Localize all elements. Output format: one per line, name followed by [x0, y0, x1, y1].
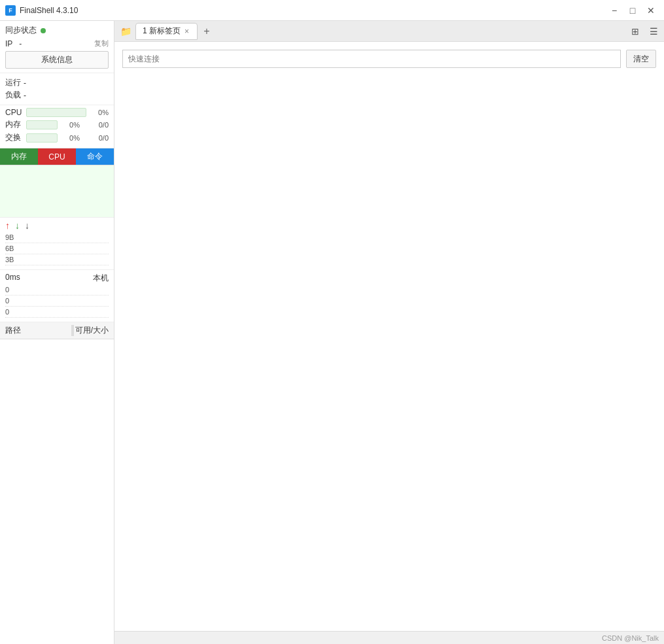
- ping-row-1: 0: [5, 286, 109, 296]
- load-value: -: [24, 91, 26, 100]
- ping-val-1: 0: [5, 286, 9, 294]
- run-row: 运行 -: [5, 77, 109, 88]
- right-panel: 📁 1 新标签页 × + ⊞ ☰ 清空 CSDN @Nik_Talk: [114, 21, 664, 644]
- ping-val-3: 0: [5, 308, 9, 316]
- mem-value: 0%: [60, 121, 80, 129]
- sys-info-button[interactable]: 系统信息: [5, 51, 109, 69]
- swap-label: 交换: [5, 132, 24, 143]
- content-area: 清空: [114, 42, 664, 631]
- grid-view-button[interactable]: ⊞: [627, 24, 643, 39]
- net-row-1: 9B: [5, 233, 109, 243]
- tab-bar: 📁 1 新标签页 × + ⊞ ☰: [114, 21, 664, 42]
- swap-extra: 0/0: [82, 134, 109, 142]
- upload-arrow-icon: ↑: [5, 220, 10, 231]
- tab-close-1[interactable]: ×: [183, 27, 190, 35]
- mem-extra: 0/0: [82, 121, 109, 129]
- title-bar: F FinalShell 4.3.10 − □ ✕: [0, 0, 664, 21]
- ip-row: IP - 复制: [5, 39, 109, 48]
- tab-mem[interactable]: 内存: [0, 148, 38, 165]
- load-row: 负载 -: [5, 90, 109, 101]
- sync-dot: [41, 28, 46, 33]
- disk-section: 路径 可用/大小: [0, 322, 114, 644]
- app-icon: F: [5, 5, 16, 16]
- total-arrow-icon: ↓: [25, 220, 29, 231]
- ip-label-text: IP -: [5, 39, 22, 48]
- disk-col-size: 可用/大小: [75, 325, 109, 336]
- tab-cpu[interactable]: CPU: [38, 148, 76, 165]
- chart-area: [0, 165, 114, 218]
- run-load-section: 运行 - 负载 -: [0, 73, 114, 105]
- run-value: -: [24, 78, 26, 88]
- disk-resize-handle[interactable]: [71, 325, 74, 336]
- footer-credit: CSDN @Nik_Talk: [602, 634, 659, 642]
- sidebar: 同步状态 IP - 复制 系统信息 运行 - 负载 -: [0, 21, 114, 644]
- tab-bar-right: ⊞ ☰: [627, 24, 661, 39]
- folder-button[interactable]: 📁: [117, 24, 134, 39]
- tab-label-1: 1 新标签页: [143, 25, 181, 37]
- mem-label: 内存: [5, 119, 24, 130]
- ping-latency: 0ms: [5, 273, 20, 284]
- quick-connect-bar: 清空: [122, 50, 656, 68]
- sync-label: 同步状态: [5, 25, 37, 36]
- tab-cmd[interactable]: 命令: [76, 148, 114, 165]
- swap-value: 0%: [60, 134, 80, 142]
- copy-button[interactable]: 复制: [94, 39, 109, 48]
- app-title: FinalShell 4.3.10: [20, 6, 78, 15]
- sub-tabs: 内存 CPU 命令: [0, 148, 114, 165]
- ping-row-2: 0: [5, 297, 109, 307]
- net-val-2: 6B: [5, 245, 25, 252]
- quick-connect-input[interactable]: [122, 50, 621, 68]
- disk-col-path: 路径: [5, 325, 70, 336]
- swap-metric-row: 交换 0% 0/0: [5, 132, 109, 143]
- ping-local: 本机: [93, 273, 109, 284]
- ping-row-3: 0: [5, 308, 109, 318]
- net-row-2: 6B: [5, 245, 109, 254]
- ping-val-2: 0: [5, 297, 9, 305]
- title-bar-left: F FinalShell 4.3.10: [5, 5, 78, 16]
- footer: CSDN @Nik_Talk: [114, 631, 664, 644]
- download-arrow-icon: ↓: [15, 220, 20, 231]
- load-label: 负载: [5, 90, 21, 101]
- net-val-3: 3B: [5, 256, 25, 263]
- net-header: ↑ ↓ ↓: [5, 220, 109, 231]
- mem-metric-row: 内存 0% 0/0: [5, 119, 109, 130]
- main-container: 同步状态 IP - 复制 系统信息 运行 - 负载 -: [0, 21, 664, 644]
- metrics-section: CPU 0% 内存 0% 0/0 交换 0%: [0, 105, 114, 148]
- window-controls: − □ ✕: [606, 3, 659, 18]
- sync-row: 同步状态: [5, 25, 109, 36]
- tab-item-1[interactable]: 1 新标签页 ×: [135, 23, 198, 40]
- swap-bar-bg: [26, 133, 58, 143]
- ping-section: 0ms 本机 0 0 0: [0, 270, 114, 322]
- tab-add-button[interactable]: +: [199, 24, 215, 39]
- cpu-value: 0%: [89, 109, 109, 116]
- close-button[interactable]: ✕: [643, 3, 659, 18]
- cpu-metric-row: CPU 0%: [5, 108, 109, 117]
- run-label: 运行: [5, 77, 21, 88]
- disk-header: 路径 可用/大小: [0, 322, 114, 339]
- ping-header: 0ms 本机: [5, 273, 109, 284]
- cpu-label: CPU: [5, 108, 24, 117]
- net-val-1: 9B: [5, 233, 25, 241]
- net-row-3: 3B: [5, 256, 109, 265]
- sync-section: 同步状态 IP - 复制 系统信息: [0, 21, 114, 73]
- mem-bar-bg: [26, 120, 58, 129]
- network-section: ↑ ↓ ↓ 9B 6B 3B: [0, 218, 114, 270]
- list-view-button[interactable]: ☰: [646, 24, 661, 39]
- clear-button[interactable]: 清空: [626, 50, 656, 68]
- cpu-bar-bg: [26, 108, 86, 117]
- minimize-button[interactable]: −: [606, 3, 622, 18]
- net-arrows: ↑ ↓ ↓: [5, 220, 29, 231]
- maximize-button[interactable]: □: [625, 3, 640, 18]
